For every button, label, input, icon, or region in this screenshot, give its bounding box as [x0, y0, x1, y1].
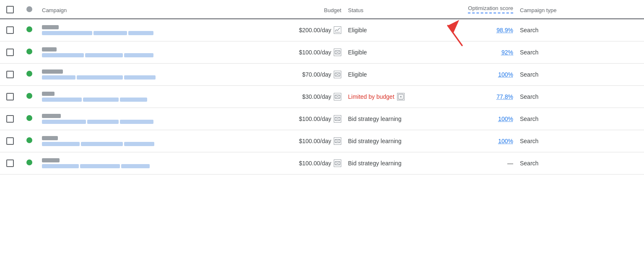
row-status-dot — [26, 159, 32, 165]
row-campaign-cell — [39, 108, 261, 130]
row-budget-value: $200.00/day — [299, 27, 331, 33]
budget-envelope-icon — [334, 71, 341, 78]
row-status-dot — [26, 71, 32, 77]
row-checkbox[interactable] — [6, 159, 14, 167]
row-budget-value: $100.00/day — [299, 160, 331, 167]
header-opt-score-label: Optimization score — [468, 5, 513, 13]
row-opt-score-value[interactable]: 100% — [498, 116, 513, 122]
header-campaign-label: Campaign — [42, 7, 67, 13]
row-budget-value: $70.00/day — [302, 71, 331, 78]
header-status-label: Status — [348, 7, 364, 13]
row-campaign-type-cell: Search — [517, 152, 644, 174]
row-status-value: Bid strategy learning — [348, 116, 402, 122]
header-checkbox[interactable] — [6, 6, 14, 13]
header-checkbox-col — [0, 0, 20, 19]
row-campaign-cell — [39, 41, 261, 63]
table-row: $200.00/dayEligible98.9%Search — [0, 19, 644, 41]
row-checkbox[interactable] — [6, 49, 14, 56]
row-status-value: Limited by budget — [348, 93, 395, 100]
row-campaign-type-cell: Search — [517, 41, 644, 63]
row-campaign-type-value: Search — [520, 93, 538, 100]
row-status-dot — [26, 49, 32, 54]
row-status-cell: Limited by budget — [345, 85, 441, 108]
row-dot-cell — [20, 19, 39, 41]
row-status-value: Eligible — [348, 49, 367, 56]
row-campaign-type-cell: Search — [517, 19, 644, 41]
row-opt-score-cell: 100% — [441, 130, 517, 152]
row-checkbox-cell — [0, 19, 20, 41]
budget-envelope-icon — [334, 159, 341, 167]
header-dot-icon — [26, 6, 32, 12]
row-opt-score-value[interactable]: 100% — [498, 71, 513, 78]
budget-chart-icon — [334, 26, 341, 34]
budget-envelope-icon — [334, 49, 341, 56]
row-campaign-cell — [39, 63, 261, 85]
table-row: $100.00/dayBid strategy learning100%Sear… — [0, 130, 644, 152]
row-status-cell: Eligible — [345, 41, 441, 63]
header-campaign: Campaign — [39, 0, 261, 19]
row-opt-score-cell: 100% — [441, 108, 517, 130]
row-opt-score-value[interactable]: 100% — [498, 138, 513, 144]
row-budget-value: $100.00/day — [299, 138, 331, 144]
row-budget-cell: $30.00/day — [261, 85, 345, 108]
row-campaign-type-value: Search — [520, 71, 538, 78]
table-row: $100.00/dayBid strategy learning100%Sear… — [0, 108, 644, 130]
row-campaign-type-value: Search — [520, 49, 538, 56]
row-budget-cell: $200.00/day — [261, 19, 345, 41]
row-opt-score-cell: — — [441, 152, 517, 174]
header-campaign-type: Campaign type — [517, 0, 644, 19]
row-campaign-cell — [39, 19, 261, 41]
row-status-cell: Bid strategy learning — [345, 130, 441, 152]
budget-envelope-icon — [334, 137, 341, 145]
row-campaign-cell — [39, 85, 261, 108]
row-campaign-type-cell: Search — [517, 130, 644, 152]
row-opt-score-value[interactable]: 92% — [501, 49, 513, 56]
row-checkbox-cell — [0, 108, 20, 130]
row-checkbox-cell — [0, 41, 20, 63]
row-campaign-type-cell: Search — [517, 85, 644, 108]
row-opt-score-value[interactable]: 77.8% — [496, 93, 513, 100]
row-campaign-type-value: Search — [520, 116, 538, 122]
row-campaign-type-value: Search — [520, 27, 538, 33]
table-row: $70.00/dayEligible100%Search — [0, 63, 644, 85]
row-campaign-cell — [39, 152, 261, 174]
row-dot-cell — [20, 41, 39, 63]
row-checkbox[interactable] — [6, 137, 14, 145]
row-opt-score-cell: 98.9% — [441, 19, 517, 41]
row-budget-cell: $100.00/day — [261, 152, 345, 174]
row-status-cell: Bid strategy learning — [345, 108, 441, 130]
row-opt-score-cell: 92% — [441, 41, 517, 63]
row-campaign-type-cell: Search — [517, 63, 644, 85]
row-campaign-type-value: Search — [520, 160, 538, 167]
row-budget-value: $100.00/day — [299, 49, 331, 56]
row-dot-cell — [20, 152, 39, 174]
row-opt-score-cell: 77.8% — [441, 85, 517, 108]
row-checkbox[interactable] — [6, 26, 14, 34]
row-dot-cell — [20, 63, 39, 85]
row-checkbox[interactable] — [6, 115, 14, 123]
row-status-cell: Eligible — [345, 19, 441, 41]
row-budget-value: $30.00/day — [302, 93, 331, 100]
row-checkbox-cell — [0, 130, 20, 152]
row-status-value: Eligible — [348, 71, 367, 78]
row-checkbox[interactable] — [6, 71, 14, 78]
status-info-icon[interactable] — [397, 93, 405, 100]
header-dot-col — [20, 0, 39, 19]
row-checkbox-cell — [0, 85, 20, 108]
row-status-dot — [26, 115, 32, 121]
header-budget-label: Budget — [324, 7, 341, 13]
row-opt-score-value[interactable]: 98.9% — [496, 27, 513, 33]
header-opt-score: Optimization score — [441, 0, 517, 19]
row-budget-cell: $100.00/day — [261, 108, 345, 130]
row-status-cell: Bid strategy learning — [345, 152, 441, 174]
table-row: $30.00/dayLimited by budget77.8%Search — [0, 85, 644, 108]
header-status: Status — [345, 0, 441, 19]
row-dot-cell — [20, 130, 39, 152]
row-campaign-type-value: Search — [520, 138, 538, 144]
table-row: $100.00/dayBid strategy learning—Search — [0, 152, 644, 174]
header-campaign-type-label: Campaign type — [520, 7, 556, 13]
row-campaign-cell — [39, 130, 261, 152]
row-checkbox-cell — [0, 152, 20, 174]
row-checkbox[interactable] — [6, 93, 14, 100]
row-opt-score-cell: 100% — [441, 63, 517, 85]
